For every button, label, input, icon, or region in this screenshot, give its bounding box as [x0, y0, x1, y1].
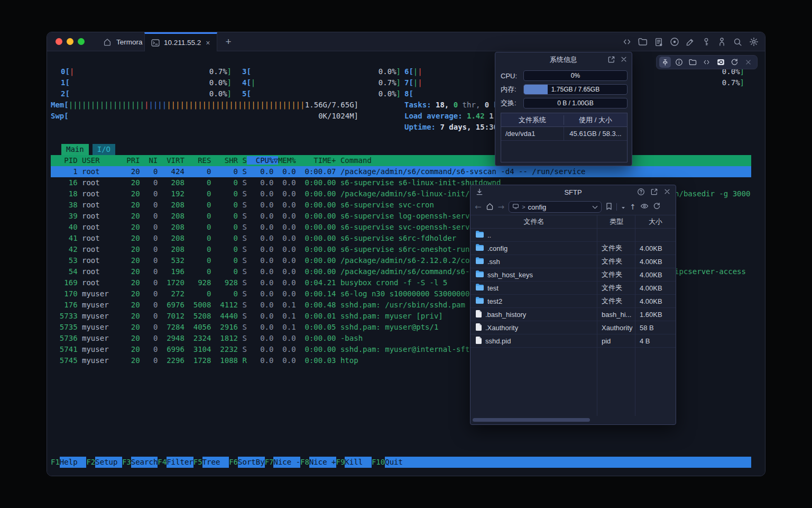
- file-icon: [476, 323, 482, 332]
- pin-icon[interactable]: [659, 57, 671, 68]
- column-type[interactable]: 类型: [597, 217, 635, 226]
- column-divider: [597, 215, 597, 416]
- swap-label: 交换:: [501, 98, 523, 108]
- cpu-usage-row: CPU: 0%: [501, 70, 628, 81]
- settings-icon[interactable]: [749, 37, 759, 47]
- htop-tab-io[interactable]: I/O: [93, 144, 115, 155]
- fnkey-F2[interactable]: F2: [86, 457, 95, 468]
- fnkey-F4[interactable]: F4: [158, 457, 167, 468]
- system-info-panel: 系统信息 CPU: 0% 内存: 1.75GB / 7.65GB 交换: 0 B…: [495, 52, 632, 166]
- memory-usage-row: 内存: 1.75GB / 7.65GB: [501, 84, 628, 95]
- fnkey-F1[interactable]: F1: [51, 457, 60, 468]
- new-tab-button[interactable]: +: [222, 35, 235, 49]
- file-row-.bash_history[interactable]: .bash_historybash_hi...1.60KB: [470, 308, 676, 321]
- bookmark-icon[interactable]: [606, 203, 612, 212]
- back-icon[interactable]: ←: [475, 202, 482, 212]
- code-icon[interactable]: [622, 37, 632, 47]
- fnlabel-F3[interactable]: Search: [131, 457, 158, 468]
- column-size[interactable]: 大小: [635, 217, 676, 226]
- fnkey-F3[interactable]: F3: [122, 457, 131, 468]
- record-icon[interactable]: [669, 37, 679, 47]
- minimize-window-button[interactable]: [67, 38, 73, 45]
- cpu-meter-0: 0[|0.7%]: [61, 66, 232, 77]
- help-icon[interactable]: [637, 188, 645, 197]
- file-row-sshd.pid[interactable]: sshd.pidpid4 B: [470, 334, 676, 348]
- file-row-test[interactable]: test文件夹4.00KB: [470, 282, 676, 295]
- htop-tab-main[interactable]: Main: [61, 144, 89, 155]
- eye-icon[interactable]: [640, 203, 649, 211]
- cpu-meter-3: 3[0.0%]: [242, 66, 401, 77]
- current-directory: config: [528, 203, 547, 211]
- cpu-usage-value: 0%: [524, 71, 627, 80]
- upload-icon[interactable]: ↑: [630, 203, 636, 211]
- swap-usage-value: 0 B / 1.00GB: [524, 98, 627, 108]
- file-row-.ssh[interactable]: .ssh文件夹4.00KB: [470, 255, 676, 268]
- fnkey-F5[interactable]: F5: [193, 457, 202, 468]
- tab-termora[interactable]: Termora: [94, 32, 151, 51]
- app-window: Termora 10.211.55.2 × + 0[|0.7%]1[0.0%]2…: [47, 32, 765, 476]
- folder-icon[interactable]: [687, 57, 699, 68]
- folder-icon: [476, 231, 484, 239]
- cpu-meter-4: 4[|0.7%]: [242, 77, 401, 88]
- fnlabel-F5[interactable]: Tree: [202, 457, 229, 468]
- tab-close-icon[interactable]: ×: [206, 39, 210, 47]
- keychain-icon[interactable]: [717, 37, 727, 47]
- home-icon[interactable]: [486, 203, 494, 212]
- fnlabel-F1[interactable]: Help: [60, 457, 87, 468]
- memory-usage-value: 1.75GB / 7.65GB: [524, 85, 627, 94]
- process-table-header[interactable]: PID USER PRI NI VIRT RES SHR S CPU%▽MEM%…: [51, 155, 751, 166]
- fnkey-F7[interactable]: F7: [265, 457, 274, 468]
- fnlabel-F2[interactable]: Setup: [95, 457, 122, 468]
- close-icon[interactable]: [743, 57, 754, 68]
- gpu-icon[interactable]: [715, 57, 726, 68]
- search-icon[interactable]: [733, 37, 743, 47]
- fs-header-name: 文件系统: [501, 115, 564, 125]
- info-icon[interactable]: [673, 57, 685, 68]
- zoom-window-button[interactable]: [78, 38, 85, 45]
- edit-icon[interactable]: [685, 37, 695, 47]
- function-key-bar: F1Help F2Setup F3SearchF4FilterF5Tree F6…: [51, 457, 751, 468]
- file-row-.Xauthority[interactable]: .XauthorityXauthority58 B: [470, 321, 676, 334]
- fnlabel-F10[interactable]: Quit: [385, 457, 412, 468]
- fs-row[interactable]: /dev/vda1 45.61GB / 58.3...: [501, 127, 627, 141]
- fnkey-F10[interactable]: F10: [372, 457, 385, 468]
- file-row-ssh_host_keys[interactable]: ssh_host_keys文件夹4.00KB: [470, 268, 676, 282]
- column-filename[interactable]: 文件名: [470, 217, 597, 226]
- cpu-meter-2: 2[0.0%]: [61, 88, 232, 99]
- file-row-test2[interactable]: test2文件夹4.00KB: [470, 295, 676, 308]
- folder-icon[interactable]: [638, 37, 648, 47]
- open-in-window-icon[interactable]: [650, 188, 658, 197]
- fnkey-F6[interactable]: F6: [229, 457, 238, 468]
- refresh-icon[interactable]: [728, 57, 740, 68]
- fnlabel-F7[interactable]: Nice -: [273, 457, 300, 468]
- close-icon[interactable]: [663, 188, 671, 197]
- log-icon[interactable]: [653, 37, 663, 47]
- path-breadcrumb[interactable]: > config: [509, 201, 602, 213]
- open-in-window-icon[interactable]: [607, 56, 615, 65]
- folder-icon: [476, 244, 484, 252]
- file-row-.config[interactable]: .config文件夹4.00KB: [470, 242, 676, 255]
- fnlabel-F9[interactable]: Kill: [345, 457, 372, 468]
- horizontal-scrollbar[interactable]: [473, 418, 590, 422]
- process-row-1[interactable]: 1 root 20 0 424 0 0 S 0.0 0.0 0:00.07 /p…: [51, 166, 751, 177]
- fnlabel-F6[interactable]: SortBy: [238, 457, 265, 468]
- fnlabel-F8[interactable]: Nice +: [309, 457, 336, 468]
- file-row-..[interactable]: ..: [470, 229, 676, 242]
- forward-icon[interactable]: →: [498, 202, 505, 212]
- refresh-icon[interactable]: [653, 202, 661, 212]
- tab-termora-label: Termora: [116, 38, 143, 46]
- column-divider: [635, 215, 635, 416]
- fnkey-F9[interactable]: F9: [336, 457, 345, 468]
- chevron-down-icon[interactable]: [592, 203, 598, 211]
- fnkey-F8[interactable]: F8: [300, 457, 309, 468]
- bookmark-dropdown-icon[interactable]: [621, 203, 625, 211]
- close-window-button[interactable]: [56, 38, 62, 45]
- terminal-icon: [150, 38, 160, 48]
- divider: [616, 203, 617, 211]
- key-icon[interactable]: [701, 37, 711, 47]
- fnlabel-F4[interactable]: Filter: [167, 457, 193, 468]
- tab-ssh-session[interactable]: 10.211.55.2 ×: [144, 32, 217, 51]
- fs-usage: 45.61GB / 58.3...: [564, 130, 627, 138]
- code-icon[interactable]: [701, 57, 713, 68]
- close-icon[interactable]: [620, 56, 628, 65]
